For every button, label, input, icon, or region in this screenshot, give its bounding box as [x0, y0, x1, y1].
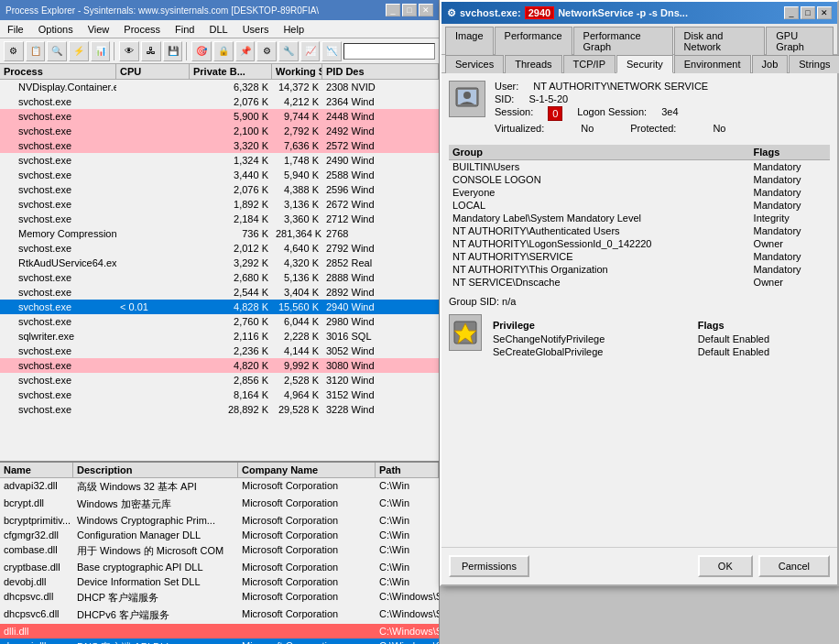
toolbar-btn-7[interactable]: 🖧 [141, 41, 161, 61]
table-row[interactable]: svchost.exe 2,012 K 4,640 K 2792 Wind [0, 241, 439, 256]
close-btn[interactable]: ✕ [419, 4, 433, 16]
tab-security[interactable]: Security [616, 55, 673, 73]
table-row[interactable]: sqlwriter.exe 2,116 K 2,228 K 3016 SQL [0, 329, 439, 344]
table-row[interactable]: svchost.exe 2,680 K 5,136 K 2888 Wind [0, 270, 439, 285]
dialog-close-btn[interactable]: ✕ [817, 6, 832, 19]
dll-path-cell: C:\Win [376, 529, 439, 541]
tab-disk-network[interactable]: Disk and Network [674, 27, 766, 55]
toolbar-btn-15[interactable]: 📉 [321, 41, 342, 61]
table-row[interactable]: svchost.exe 2,760 K 6,044 K 2980 Wind [0, 314, 439, 329]
session-label: Session: [495, 106, 533, 121]
menu-users[interactable]: Users [239, 23, 273, 36]
tab-image[interactable]: Image [445, 27, 494, 55]
header-pid[interactable]: PID Des [322, 64, 439, 79]
toolbar-btn-10[interactable]: 🔒 [213, 41, 234, 61]
tab-services[interactable]: Services [445, 55, 504, 73]
table-row[interactable]: RtkAudUService64.exe 3,292 K 4,320 K 285… [0, 256, 439, 270]
dll-col-path[interactable]: Path [376, 463, 439, 477]
toolbar-btn-5[interactable]: 📊 [91, 41, 111, 61]
table-row[interactable]: svchost.exe 1,324 K 1,748 K 2490 Wind [0, 153, 439, 168]
menu-find[interactable]: Find [171, 23, 198, 36]
menu-view[interactable]: View [84, 23, 114, 36]
toolbar-btn-3[interactable]: 🔍 [47, 41, 67, 61]
dialog-maximize-btn[interactable]: □ [801, 6, 815, 19]
list-item[interactable]: bcrypt.dll Windows 加密基元库 Microsoft Corpo… [0, 496, 439, 513]
process-cpu-cell [116, 359, 190, 372]
toolbar-btn-2[interactable]: 📋 [26, 41, 46, 61]
table-row[interactable]: svchost.exe 2,236 K 4,144 K 3052 Wind [0, 344, 439, 358]
table-row[interactable]: svchost.exe 8,164 K 4,964 K 3152 Wind [0, 387, 439, 402]
ok-button[interactable]: OK [698, 555, 753, 577]
header-working[interactable]: Working Set [272, 64, 322, 79]
table-row[interactable]: svchost.exe 2,856 K 2,528 K 3120 Wind [0, 373, 439, 387]
toolbar-btn-14[interactable]: 📈 [300, 41, 321, 61]
tab-performance-graph[interactable]: Performance Graph [573, 27, 673, 55]
menu-file[interactable]: File [4, 23, 27, 36]
dll-col-company[interactable]: Company Name [238, 463, 376, 477]
tab-environment[interactable]: Environment [674, 55, 751, 73]
process-name-cell: svchost.exe [0, 271, 116, 284]
table-row[interactable]: svchost.exe 3,440 K 5,940 K 2588 Wind [0, 168, 439, 182]
list-item[interactable]: cfgmgr32.dll Configuration Manager DLL M… [0, 528, 439, 542]
list-item[interactable]: dhcpsvc.dll DHCP 客户端服务 Microsoft Corpora… [0, 589, 439, 606]
table-row[interactable]: svchost.exe < 0.01 4,828 K 15,560 K 2940… [0, 300, 439, 314]
list-item[interactable]: bcryptprimitiv... Windows Cryptographic … [0, 513, 439, 528]
list-item[interactable]: advapi32.dll 高级 Windows 32 基本 API Micros… [0, 478, 439, 496]
header-cpu[interactable]: CPU [116, 64, 190, 79]
tab-job[interactable]: Job [752, 55, 789, 73]
tab-strings[interactable]: Strings [789, 55, 839, 73]
header-private[interactable]: Private B... [190, 64, 272, 79]
flags-col-header: Flags [750, 145, 830, 160]
header-process[interactable]: Process [0, 64, 116, 79]
maximize-btn[interactable]: □ [402, 4, 417, 16]
toolbar-btn-8[interactable]: 💾 [163, 41, 183, 61]
process-private-cell: 28,892 K [190, 403, 272, 416]
process-cpu-cell [116, 242, 190, 255]
table-row[interactable]: svchost.exe 2,076 K 4,212 K 2364 Wind [0, 94, 439, 109]
toolbar-btn-4[interactable]: ⚡ [69, 41, 89, 61]
dialog-minimize-btn[interactable]: _ [784, 6, 799, 19]
toolbar-btn-11[interactable]: 📌 [235, 41, 256, 61]
tab-threads[interactable]: Threads [505, 55, 561, 73]
process-private-cell: 1,324 K [190, 154, 272, 167]
table-row[interactable]: svchost.exe 1,892 K 3,136 K 2672 Wind [0, 197, 439, 212]
toolbar-search-input[interactable] [343, 43, 435, 60]
tab-performance[interactable]: Performance [495, 27, 572, 55]
menu-help[interactable]: Help [279, 23, 308, 36]
privileges-section: Privilege Flags SeChangeNotifyPrivilege … [449, 314, 830, 358]
list-item[interactable]: dlli.dll C:\Windows\System32\dlli.dll [0, 624, 439, 639]
table-row[interactable]: svchost.exe 2,076 K 4,388 K 2596 Wind [0, 182, 439, 197]
cancel-button[interactable]: Cancel [758, 555, 830, 577]
permissions-button[interactable]: Permissions [449, 555, 529, 577]
toolbar-btn-13[interactable]: 🔧 [278, 41, 299, 61]
process-cpu-cell [116, 95, 190, 108]
list-item[interactable]: combase.dll 用于 Windows 的 Microsoft COM M… [0, 542, 439, 560]
table-row[interactable]: svchost.exe 2,184 K 3,360 K 2712 Wind [0, 212, 439, 226]
process-name-cell: svchost.exe [0, 183, 116, 196]
toolbar-btn-9[interactable]: 🎯 [191, 41, 212, 61]
tab-tcpip[interactable]: TCP/IP [563, 55, 616, 73]
dll-col-desc[interactable]: Description [73, 463, 238, 477]
table-row[interactable]: svchost.exe 3,320 K 7,636 K 2572 Wind [0, 138, 439, 153]
menu-process[interactable]: Process [120, 23, 164, 36]
table-row[interactable]: svchost.exe 4,820 K 9,992 K 3080 Wind [0, 358, 439, 373]
menu-options[interactable]: Options [35, 23, 77, 36]
table-row[interactable]: svchost.exe 5,900 K 9,744 K 2448 Wind [0, 109, 439, 124]
table-row[interactable]: svchost.exe 28,892 K 29,528 K 3228 Wind [0, 402, 439, 417]
table-row[interactable]: NVDisplay.Container.exe 6,328 K 14,372 K… [0, 80, 439, 94]
list-item[interactable]: dnsapi.dll DNS 客户端 API DLL Microsoft Cor… [0, 639, 439, 644]
table-row[interactable]: svchost.exe 2,100 K 2,792 K 2492 Wind [0, 124, 439, 138]
list-item[interactable]: cryptbase.dll Base cryptographic API DLL… [0, 560, 439, 574]
toolbar-btn-1[interactable]: ⚙ [4, 41, 24, 61]
sid-label: SID: [495, 93, 514, 104]
menu-dll[interactable]: DLL [205, 23, 231, 36]
toolbar-btn-12[interactable]: ⚙ [256, 41, 277, 61]
minimize-btn[interactable]: _ [386, 4, 400, 16]
table-row[interactable]: Memory Compression 736 K 281,364 K 2768 [0, 226, 439, 241]
table-row[interactable]: svchost.exe 2,544 K 3,404 K 2892 Wind [0, 285, 439, 300]
list-item[interactable]: devobj.dll Device Information Set DLL Mi… [0, 574, 439, 589]
tab-gpu-graph[interactable]: GPU Graph [766, 27, 834, 55]
toolbar-btn-6[interactable]: 👁 [119, 41, 139, 61]
dll-col-name[interactable]: Name [0, 463, 73, 477]
list-item[interactable]: dhcpsvc6.dll DHCPv6 客户端服务 Microsoft Corp… [0, 606, 439, 624]
